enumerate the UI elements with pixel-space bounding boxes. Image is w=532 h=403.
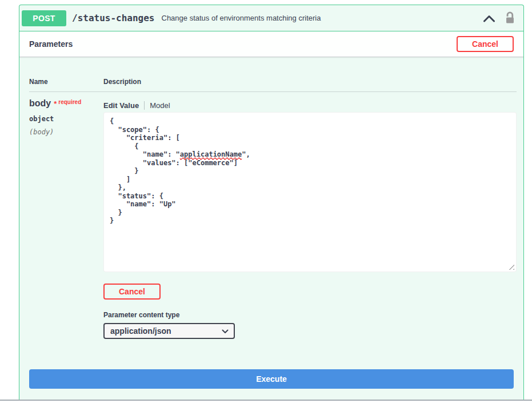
param-location: (body) bbox=[29, 128, 103, 136]
parameters-section-header: Parameters Cancel bbox=[19, 31, 523, 57]
resize-handle-icon[interactable] bbox=[508, 264, 514, 270]
required-asterisk: * bbox=[54, 99, 57, 108]
page-bottom-divider bbox=[0, 400, 532, 401]
param-name-row: body*required bbox=[29, 98, 103, 109]
param-type: object bbox=[29, 115, 103, 123]
body-editor-text: { "scope": { "criteria": [ { "name": "ap… bbox=[110, 117, 510, 225]
unlock-icon[interactable] bbox=[505, 11, 515, 25]
tab-edit-value[interactable]: Edit Value bbox=[103, 101, 139, 110]
content-type-label: Parameter content type bbox=[103, 311, 517, 319]
endpoint-path: /status-changes bbox=[72, 13, 155, 23]
parameters-table: Name Description body*required object (b… bbox=[29, 78, 517, 339]
editor-tabs: Edit Value Model bbox=[103, 101, 517, 110]
param-name: body bbox=[29, 98, 51, 108]
parameters-title: Parameters bbox=[29, 39, 73, 49]
opblock-post: POST /status-changes Change status of en… bbox=[19, 5, 524, 400]
param-name-cell: body*required object (body) bbox=[29, 92, 103, 339]
column-header-description: Description bbox=[103, 78, 517, 92]
content-type-select-wrap: application/json bbox=[103, 323, 235, 339]
http-method-badge: POST bbox=[22, 10, 66, 26]
endpoint-summary: Change status of environments matching c… bbox=[162, 14, 483, 22]
execute-button[interactable]: Execute bbox=[29, 369, 514, 389]
chevron-up-icon[interactable] bbox=[483, 14, 495, 22]
operation-summary[interactable]: POST /status-changes Change status of en… bbox=[19, 5, 523, 31]
param-description-cell: Edit Value Model { "scope": { "criteria"… bbox=[103, 92, 517, 339]
required-label: required bbox=[58, 99, 81, 105]
editor-cancel-button[interactable]: Cancel bbox=[103, 284, 161, 300]
body-editor[interactable]: { "scope": { "criteria": [ { "name": "ap… bbox=[103, 112, 517, 272]
cancel-button[interactable]: Cancel bbox=[457, 36, 514, 52]
content-type-select[interactable]: application/json bbox=[103, 323, 235, 339]
swagger-operation-page: POST /status-changes Change status of en… bbox=[0, 0, 532, 403]
column-header-name: Name bbox=[29, 78, 103, 92]
tab-divider bbox=[144, 101, 145, 110]
tab-model[interactable]: Model bbox=[150, 101, 170, 110]
